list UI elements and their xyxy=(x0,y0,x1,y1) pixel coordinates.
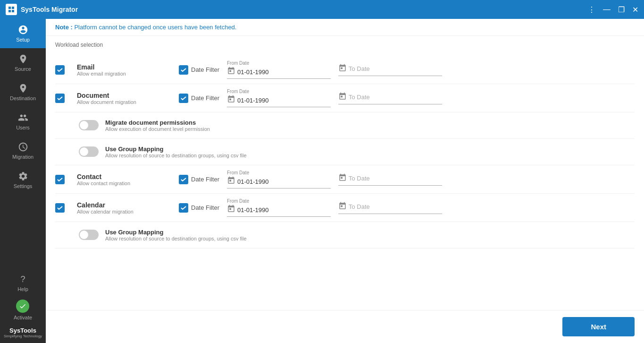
sidebar-label-users: Users xyxy=(16,125,30,130)
email-from-date: From Date xyxy=(227,60,331,79)
email-to-date-placeholder[interactable]: To Date xyxy=(349,65,370,72)
sidebar-label-migration: Migration xyxy=(12,154,33,160)
svg-rect-0 xyxy=(8,7,11,9)
email-subtitle: Allow email migration xyxy=(77,71,171,77)
calendar-date-filter-label: Date Filter xyxy=(191,204,219,211)
toggle-knob-2 xyxy=(80,147,88,156)
contact-from-date-label: From Date xyxy=(227,170,331,175)
document-date-filter-check[interactable] xyxy=(179,94,188,103)
migrate-doc-perms-title: Migrate document permissions xyxy=(105,119,210,126)
migrate-doc-perms-text: Migrate document permissions Allow execu… xyxy=(105,119,210,132)
document-filter-col[interactable]: Date Filter xyxy=(179,94,219,103)
document-check[interactable] xyxy=(55,94,65,103)
svg-rect-2 xyxy=(8,10,11,12)
email-label-col: Email Allow email migration xyxy=(77,63,171,77)
calendar-from-date-input[interactable] xyxy=(237,206,331,214)
minimize-button[interactable]: — xyxy=(603,5,611,14)
sidebar-item-users[interactable]: Users xyxy=(0,107,46,136)
sidebar-item-source[interactable]: Source xyxy=(0,48,46,77)
contact-check[interactable] xyxy=(55,175,65,184)
section-title: Workload selection xyxy=(55,42,635,48)
calendar-date-filter-check[interactable] xyxy=(179,203,188,213)
sidebar-item-help[interactable]: ? Help xyxy=(2,270,44,297)
activate-label: Activate xyxy=(14,315,32,320)
calendar-filter-col[interactable]: Date Filter xyxy=(179,203,219,213)
sidebar-item-activate[interactable]: Activate xyxy=(2,297,44,323)
email-to-date: To Date xyxy=(338,64,442,76)
document-from-calendar-icon[interactable] xyxy=(227,95,235,105)
titlebar: SysTools Migrator ⋮ — ❐ ✕ xyxy=(0,0,644,19)
document-from-date: From Date xyxy=(227,89,331,107)
sidebar-item-migration[interactable]: Migration xyxy=(0,136,46,165)
email-date-filter-label: Date Filter xyxy=(191,66,219,73)
calendar-subtitle: Allow calendar migration xyxy=(77,209,171,214)
workload-row-document: Document Allow document migration Date F… xyxy=(55,84,635,112)
email-checkbox[interactable] xyxy=(55,65,69,75)
sidebar-item-destination[interactable]: Destination xyxy=(0,77,46,107)
document-subtitle: Allow document migration xyxy=(77,99,171,105)
document-to-date-placeholder[interactable]: To Date xyxy=(349,94,370,101)
email-title: Email xyxy=(77,63,171,71)
migrate-doc-perms-toggle[interactable] xyxy=(79,120,99,130)
contact-from-date-input[interactable] xyxy=(237,178,331,185)
use-group-mapping-cal-toggle[interactable] xyxy=(79,230,99,240)
calendar-to-date-placeholder[interactable]: To Date xyxy=(349,203,370,210)
contact-to-date-placeholder[interactable]: To Date xyxy=(349,175,370,182)
toggle-knob-3 xyxy=(80,231,88,239)
contact-subtitle: Allow contact migration xyxy=(77,180,171,186)
help-label: Help xyxy=(17,286,28,292)
use-group-mapping-doc-toggle[interactable] xyxy=(79,146,99,157)
email-to-calendar-icon[interactable] xyxy=(338,64,347,74)
sidebar-item-settings[interactable]: Settings xyxy=(0,165,46,195)
use-group-mapping-cal-row: Use Group Mapping Allow resolution of so… xyxy=(55,222,635,249)
document-checkbox[interactable] xyxy=(55,94,69,103)
document-date-filter-label: Date Filter xyxy=(191,94,219,102)
contact-filter-col[interactable]: Date Filter xyxy=(179,175,219,184)
sidebar-item-setup[interactable]: Setup xyxy=(0,19,46,48)
content-area: Workload selection Email Allow email mig… xyxy=(46,36,644,343)
menu-button[interactable]: ⋮ xyxy=(588,5,595,14)
next-button[interactable]: Next xyxy=(562,317,635,336)
use-group-mapping-doc-title: Use Group Mapping xyxy=(105,146,247,153)
footer: Next xyxy=(46,310,644,343)
email-from-date-input[interactable] xyxy=(237,69,331,76)
document-title: Document xyxy=(77,92,171,99)
maximize-button[interactable]: ❐ xyxy=(618,5,625,14)
note-bar: Note : Platform cannot be changed once u… xyxy=(46,19,644,36)
use-group-mapping-cal-title: Use Group Mapping xyxy=(105,229,247,236)
use-group-mapping-cal-subtitle: Allow resolution of source to destinatio… xyxy=(105,236,247,241)
calendar-from-calendar-icon[interactable] xyxy=(227,205,235,215)
workload-row-calendar: Calendar Allow calendar migration Date F… xyxy=(55,194,635,222)
calendar-to-calendar-icon[interactable] xyxy=(338,202,347,212)
brand: SysTools Simplifying Technology xyxy=(2,323,44,343)
sidebar-label-destination: Destination xyxy=(10,95,36,101)
document-from-date-label: From Date xyxy=(227,89,331,94)
contact-label-col: Contact Allow contact migration xyxy=(77,173,171,186)
calendar-check[interactable] xyxy=(55,203,65,213)
email-from-calendar-icon[interactable] xyxy=(227,67,235,77)
calendar-label-col: Calendar Allow calendar migration xyxy=(77,201,171,214)
titlebar-left: SysTools Migrator xyxy=(6,4,78,15)
calendar-title: Calendar xyxy=(77,201,171,209)
calendar-from-date-label: From Date xyxy=(227,198,331,204)
app-title: SysTools Migrator xyxy=(21,6,78,13)
calendar-checkbox[interactable] xyxy=(55,203,69,213)
document-from-date-input[interactable] xyxy=(237,97,331,104)
sidebar-bottom: ? Help Activate SysTools Simplifying Tec… xyxy=(2,270,44,343)
app-icon xyxy=(6,4,17,15)
titlebar-controls: ⋮ — ❐ ✕ xyxy=(588,5,638,14)
sidebar-label-setup: Setup xyxy=(16,37,30,43)
note-prefix: Note : xyxy=(55,24,74,31)
email-check[interactable] xyxy=(55,65,65,75)
contact-from-date: From Date xyxy=(227,170,331,189)
email-filter-col[interactable]: Date Filter xyxy=(179,65,219,75)
contact-from-calendar-icon[interactable] xyxy=(227,176,235,187)
calendar-from-date: From Date xyxy=(227,198,331,217)
email-date-filter-check[interactable] xyxy=(179,65,188,75)
close-button[interactable]: ✕ xyxy=(632,5,638,14)
contact-date-filter-check[interactable] xyxy=(179,175,188,184)
app-body: Setup Source Destination Users Migration… xyxy=(0,19,644,343)
contact-checkbox[interactable] xyxy=(55,175,69,184)
contact-to-calendar-icon[interactable] xyxy=(338,173,347,184)
document-to-calendar-icon[interactable] xyxy=(338,92,347,103)
